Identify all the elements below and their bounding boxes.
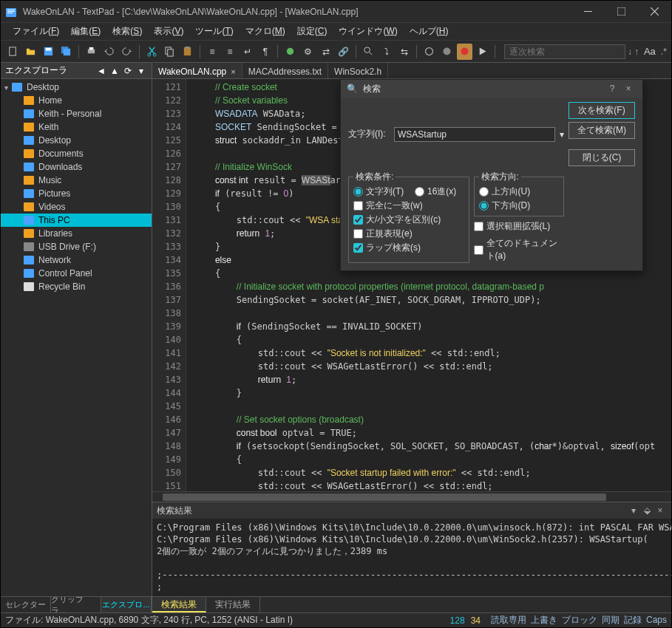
copy-icon[interactable]	[162, 44, 177, 60]
undo-icon[interactable]	[101, 44, 117, 60]
tree-node[interactable]: Music	[1, 174, 152, 187]
new-file-icon[interactable]	[5, 44, 21, 60]
close-dialog-button[interactable]: 閉じる(C)	[569, 149, 635, 166]
arrow-down-icon[interactable]: ↓	[628, 47, 632, 57]
chk-wrap[interactable]	[353, 243, 363, 253]
tree-node[interactable]: ▾Desktop	[1, 81, 152, 94]
tree-node[interactable]: Desktop	[1, 134, 152, 147]
compare-icon[interactable]: ⇄	[318, 44, 333, 60]
find-icon[interactable]	[361, 44, 376, 60]
menu-item[interactable]: 設定(C)	[291, 24, 333, 39]
svg-point-23	[461, 48, 468, 55]
chk-whole[interactable]	[353, 201, 363, 211]
menu-item[interactable]: マクロ(M)	[240, 24, 291, 39]
play-icon[interactable]	[475, 44, 490, 60]
explorer-refresh-icon[interactable]: ⟳	[122, 65, 134, 77]
tree-node[interactable]: Keith	[1, 120, 152, 134]
menu-item[interactable]: ツール(T)	[189, 24, 239, 39]
results-dropdown-icon[interactable]: ▾	[627, 505, 640, 516]
close-button[interactable]	[638, 1, 671, 23]
search-conditions: 検索条件: 文字列(T) 16進(x) 完全に一致(w) 大/小文字を区別(c)…	[348, 171, 469, 263]
print-icon[interactable]	[84, 44, 99, 60]
results-tab[interactable]: 実行結果	[206, 597, 260, 612]
chk-regex[interactable]	[353, 229, 363, 239]
menu-item[interactable]: ファイル(F)	[7, 24, 65, 39]
menu-item[interactable]: ヘルプ(H)	[404, 24, 455, 39]
explorer-up-icon[interactable]: ▲	[109, 65, 121, 77]
arrow-up-icon[interactable]: ↑	[634, 47, 639, 57]
svg-rect-33	[24, 202, 34, 211]
radio-hex[interactable]	[415, 187, 424, 197]
radio-text[interactable]	[353, 187, 363, 197]
find-all-button[interactable]: 全て検索(M)	[569, 122, 635, 139]
menu-item[interactable]: 表示(V)	[148, 24, 189, 39]
tree-node[interactable]: Network	[1, 253, 152, 267]
chk-alldocs[interactable]	[474, 245, 483, 255]
case-toggle[interactable]: Aa	[641, 46, 659, 57]
find-next-button[interactable]: 次を検索(F)	[569, 102, 635, 119]
file-tab[interactable]: MACAddresses.txt	[242, 63, 328, 78]
circle1-icon[interactable]	[421, 44, 437, 60]
tree-node[interactable]: Libraries	[1, 227, 152, 240]
dialog-help-icon[interactable]: ?	[604, 83, 620, 94]
tree-node[interactable]: USB Drive (F:)	[1, 240, 152, 253]
indent-left-icon[interactable]: ≡	[205, 44, 220, 60]
paste-icon[interactable]	[180, 44, 195, 60]
results-pin-icon[interactable]: ⬙	[640, 505, 654, 516]
tree-node[interactable]: Recycle Bin	[1, 280, 152, 293]
explorer-tab[interactable]: エクスプロ...	[101, 597, 152, 612]
regex-toggle[interactable]: .*	[661, 47, 667, 57]
search-field-label: 文字列(I):	[348, 128, 390, 140]
explorer-back-icon[interactable]: ◄	[95, 65, 107, 77]
chk-case[interactable]	[353, 215, 363, 225]
redo-icon[interactable]	[119, 44, 135, 60]
para-icon[interactable]: ¶	[257, 44, 273, 60]
find-next-icon[interactable]: ⤵	[379, 44, 394, 60]
results-body[interactable]: C:\Program Files (x86)\Windows Kits\10\I…	[152, 519, 671, 596]
radio-up[interactable]	[479, 187, 489, 197]
menu-item[interactable]: ウインドウ(W)	[333, 24, 403, 39]
explorer-tab[interactable]: セレクター	[1, 597, 51, 612]
search-dialog: 🔍 検索 ? × 文字列(I): ▾ 次を検索(F) 全て検索(M) 閉じる(C…	[340, 79, 643, 271]
tree-node[interactable]: Videos	[1, 200, 152, 214]
tree-node[interactable]: Pictures	[1, 187, 152, 200]
tree-node[interactable]: This PC	[1, 214, 152, 227]
tree-node[interactable]: Home	[1, 94, 152, 107]
maximize-button[interactable]	[605, 1, 638, 23]
file-tab[interactable]: WinSock2.h	[328, 63, 388, 78]
tree-node[interactable]: Keith - Personal	[1, 107, 152, 120]
status-line: 128	[450, 615, 465, 626]
status-col: 34	[471, 615, 481, 626]
tree-node[interactable]: Control Panel	[1, 267, 152, 280]
replace-icon[interactable]: ⇆	[396, 44, 412, 60]
wrap-icon[interactable]: ↵	[240, 44, 255, 60]
search-input[interactable]	[394, 127, 555, 142]
run-icon[interactable]	[282, 44, 298, 60]
file-tab[interactable]: WakeOnLAN.cpp×	[152, 63, 242, 78]
record-icon[interactable]	[457, 44, 472, 60]
tree-node[interactable]: Documents	[1, 147, 152, 160]
chk-extend[interactable]	[474, 222, 483, 231]
circle2-icon[interactable]	[439, 44, 455, 60]
menu-item[interactable]: 検索(S)	[106, 24, 148, 39]
tree-node[interactable]: Downloads	[1, 160, 152, 174]
explorer-menu-icon[interactable]: ▾	[135, 65, 147, 77]
quick-search-input[interactable]	[504, 44, 625, 59]
radio-down[interactable]	[479, 201, 489, 211]
results-close-icon[interactable]: ×	[654, 505, 667, 516]
indent-right-icon[interactable]: ≡	[223, 44, 238, 60]
close-tab-icon[interactable]: ×	[231, 67, 235, 76]
dialog-close-icon[interactable]: ×	[620, 83, 637, 94]
save-all-icon[interactable]	[58, 44, 74, 60]
open-file-icon[interactable]	[23, 44, 38, 60]
explorer-tab[interactable]: クリップ ラ...	[51, 597, 101, 612]
link-icon[interactable]: 🔗	[336, 44, 351, 60]
cut-icon[interactable]	[144, 44, 160, 60]
save-icon[interactable]	[41, 44, 56, 60]
search-dropdown-icon[interactable]: ▾	[560, 129, 564, 140]
horizontal-scrollbar[interactable]	[152, 491, 671, 502]
tool1-icon[interactable]: ⚙	[300, 44, 316, 60]
menu-item[interactable]: 編集(E)	[65, 24, 106, 39]
results-tab[interactable]: 検索結果	[152, 597, 206, 612]
minimize-button[interactable]	[571, 1, 605, 23]
